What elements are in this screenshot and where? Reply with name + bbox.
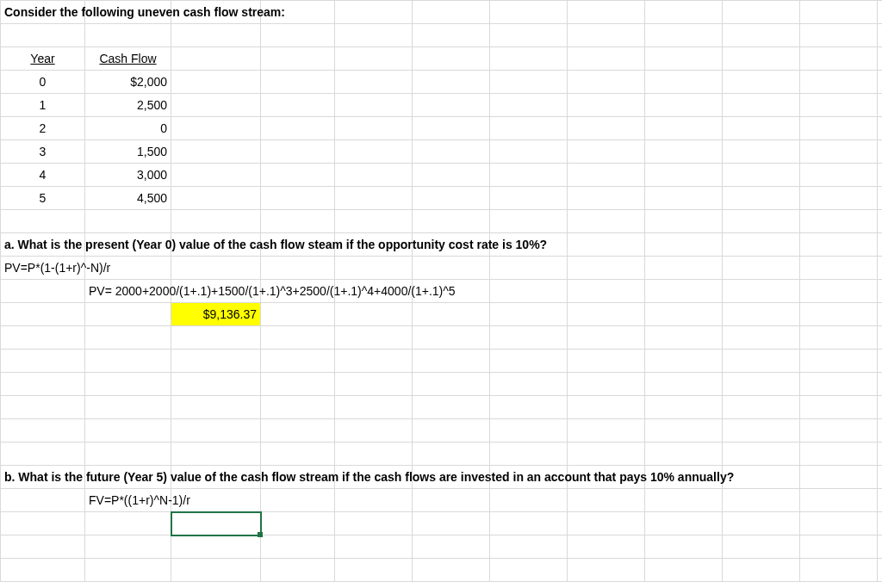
- active-cell[interactable]: [171, 512, 261, 535]
- table-row: 20: [1, 117, 883, 140]
- fv-formula-text: FV=P*((1+r)^N-1)/r: [89, 493, 190, 507]
- question-a-cell[interactable]: a. What is the present (Year 0) value of…: [1, 233, 85, 257]
- cashflow-cell[interactable]: 2,500: [85, 94, 171, 117]
- pv-expanded-text: PV= 2000+2000/(1+.1)+1500/(1+.1)^3+2500/…: [89, 284, 456, 298]
- table-header-row: Year Cash Flow: [1, 47, 883, 71]
- table-row: 43,000: [1, 164, 883, 187]
- question-b-row: b. What is the future (Year 5) value of …: [1, 466, 883, 489]
- cashflow-cell[interactable]: 0: [85, 117, 171, 140]
- table-row: 0$2,000: [1, 71, 883, 94]
- pv-formula-row: PV=P*(1-(1+r)^-N)/r: [1, 257, 883, 280]
- pv-expanded-cell[interactable]: PV= 2000+2000/(1+.1)+1500/(1+.1)^3+2500/…: [85, 280, 171, 303]
- cashflow-cell[interactable]: 3,000: [85, 164, 171, 187]
- active-row: [1, 512, 883, 535]
- pv-expanded-row: PV= 2000+2000/(1+.1)+1500/(1+.1)^3+2500/…: [1, 280, 883, 303]
- question-b-cell[interactable]: b. What is the future (Year 5) value of …: [1, 466, 85, 489]
- table-row: 12,500: [1, 94, 883, 117]
- year-cell[interactable]: 4: [1, 164, 85, 187]
- fv-formula-row: FV=P*((1+r)^N-1)/r: [1, 489, 883, 512]
- cashflow-cell[interactable]: 1,500: [85, 140, 171, 164]
- year-cell[interactable]: 2: [1, 117, 85, 140]
- pv-formula-cell[interactable]: PV=P*(1-(1+r)^-N)/r: [1, 257, 85, 280]
- year-cell[interactable]: 0: [1, 71, 85, 94]
- header-cashflow[interactable]: Cash Flow: [85, 47, 171, 71]
- table-row: 31,500: [1, 140, 883, 164]
- pv-result-cell[interactable]: $9,136.37: [171, 303, 261, 326]
- table-row: 54,500: [1, 187, 883, 210]
- spreadsheet-grid[interactable]: Consider the following uneven cash flow …: [0, 0, 882, 582]
- pv-formula-text: PV=P*(1-(1+r)^-N)/r: [4, 261, 110, 275]
- question-b-text: b. What is the future (Year 5) value of …: [4, 470, 734, 484]
- year-cell[interactable]: 3: [1, 140, 85, 164]
- question-a-text: a. What is the present (Year 0) value of…: [4, 238, 547, 251]
- year-cell[interactable]: 5: [1, 187, 85, 210]
- title-row: Consider the following uneven cash flow …: [1, 1, 883, 24]
- title-cell[interactable]: Consider the following uneven cash flow …: [1, 1, 85, 24]
- header-year[interactable]: Year: [1, 47, 85, 71]
- fv-formula-cell[interactable]: FV=P*((1+r)^N-1)/r: [85, 489, 171, 512]
- cashflow-cell[interactable]: $2,000: [85, 71, 171, 94]
- cashflow-cell[interactable]: 4,500: [85, 187, 171, 210]
- year-cell[interactable]: 1: [1, 94, 85, 117]
- title-text: Consider the following uneven cash flow …: [4, 5, 285, 19]
- pv-result-row: $9,136.37: [1, 303, 883, 326]
- question-a-row: a. What is the present (Year 0) value of…: [1, 233, 883, 257]
